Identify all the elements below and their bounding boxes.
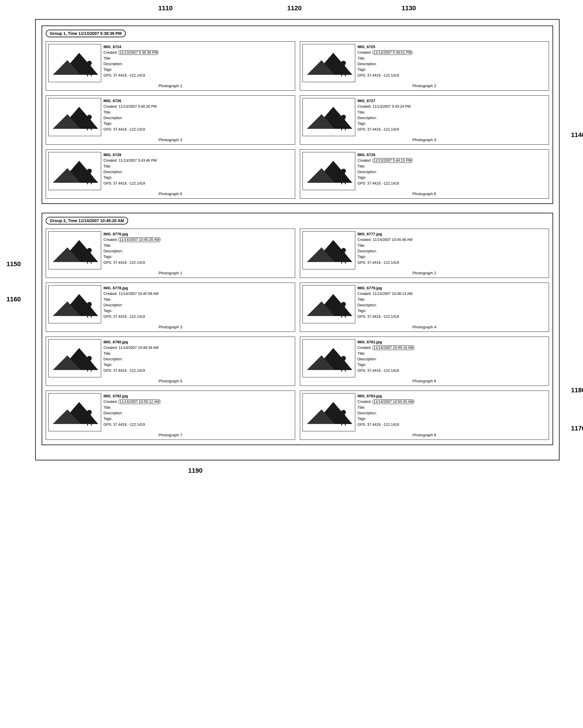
svg-point-82	[87, 356, 92, 361]
photo-label: Photograph 8	[412, 433, 436, 437]
photo-title: Title:	[104, 297, 293, 303]
photo-created: Created: 11/14/2007 10:50:45 AM	[358, 399, 547, 405]
svg-rect-75	[342, 307, 345, 313]
photo-gps: GPS: 37.4419, -122.1419	[104, 260, 293, 265]
svg-point-106	[341, 410, 346, 415]
svg-rect-107	[342, 415, 345, 421]
svg-point-58	[341, 248, 346, 253]
photo-gps: GPS: 37.4419, -122.1419	[104, 314, 293, 319]
photo-description: Description:	[358, 249, 547, 254]
photo-title: Title:	[104, 164, 293, 169]
photo-filename: IMG_6778.jpg	[104, 285, 293, 291]
photo-title: Title:	[104, 243, 293, 249]
photo-thumbnail	[48, 339, 101, 378]
photo-created: Created: 11/13/2007 5:43:24 PM	[358, 104, 547, 109]
photo-tags: Tags:	[358, 121, 547, 127]
svg-rect-19	[88, 120, 91, 126]
photo-label: Photograph 4	[412, 138, 436, 142]
photo-description: Description:	[358, 303, 547, 308]
photo-thumbnail	[303, 231, 355, 269]
photo-gps: GPS: 37.4419, -122.1419	[358, 127, 547, 132]
photo-meta: IMG_6777.jpg Created: 11/14/2007 10:45:4…	[358, 231, 547, 269]
photo-created: Created: 11/14/2007 10:45:46 AM	[358, 237, 547, 243]
photo-description: Description:	[104, 169, 293, 175]
photo-created: Created: 11/13/2007 5:39:39 PM	[104, 50, 293, 55]
photo-meta: IMG_6776.jpg Created: 11/14/2007 10:45:2…	[104, 231, 293, 269]
photo-filename: IMG_6725	[358, 44, 547, 50]
photo-thumbnail	[48, 393, 101, 431]
annotation-1150: 1150	[6, 260, 21, 268]
photo-title: Title:	[358, 243, 547, 249]
photo-gps: GPS: 37.4419, -122.1419	[358, 181, 547, 186]
photo-tags: Tags:	[104, 308, 293, 314]
svg-point-26	[341, 115, 346, 120]
photo-created: Created: 11/13/2007 5:40:26 PM	[104, 104, 293, 109]
photo-label: Photograph 2	[412, 84, 436, 88]
photo-label: Photograph 6	[412, 191, 436, 196]
svg-point-34	[87, 169, 92, 174]
photo-tags: Tags:	[104, 416, 293, 422]
photo-title: Title:	[358, 405, 547, 411]
svg-point-74	[341, 302, 346, 307]
photo-gps: GPS: 37.4419, -122.1419	[358, 73, 547, 78]
photo-meta: IMG_6726 Created: 11/13/2007 5:40:26 PM …	[104, 98, 293, 136]
svg-point-66	[87, 302, 92, 307]
photo-card: IMG_6781.jpg Created: 11/14/2007 10:49:1…	[300, 337, 549, 386]
photo-card: IMG_6780.jpg Created: 11/14/2007 10:48:3…	[46, 337, 295, 386]
annotation-1180: 1180	[571, 386, 583, 394]
photo-created: Created: 11/13/2007 5:39:51 PM	[358, 50, 547, 55]
photo-tags: Tags:	[358, 254, 547, 260]
photo-created: Created: 11/14/2007 10:45:20 AM	[104, 237, 293, 243]
photo-filename: IMG_6724	[104, 44, 293, 50]
photo-description: Description:	[358, 115, 547, 121]
svg-point-10	[341, 61, 346, 66]
photo-gps: GPS: 37.4419, -122.1419	[358, 260, 547, 265]
photo-filename: IMG_6726	[104, 98, 293, 104]
photo-tags: Tags:	[104, 175, 293, 180]
photo-created: Created: 11/14/2007 10:48:39 AM	[104, 345, 293, 350]
photo-tags: Tags:	[358, 67, 547, 73]
photo-meta: IMG_6781.jpg Created: 11/14/2007 10:49:1…	[358, 339, 547, 378]
annotation-1120: 1120	[287, 4, 302, 12]
photo-thumbnail	[303, 285, 355, 323]
photo-filename: IMG_6729	[358, 152, 547, 158]
photo-card: IMG_6777.jpg Created: 11/14/2007 10:45:4…	[300, 229, 549, 278]
photo-filename: IMG_6781.jpg	[358, 339, 547, 345]
outer-container: 1140 1150 1160 1180 1170 1190 Group 1, T…	[35, 19, 559, 460]
photo-title: Title:	[358, 297, 547, 303]
photo-filename: IMG_6782.jpg	[104, 393, 293, 399]
photo-label: Photograph 7	[159, 433, 182, 437]
photo-label: Photograph 5	[159, 379, 182, 383]
svg-rect-35	[88, 174, 91, 180]
photo-card: IMG_6724 Created: 11/13/2007 5:39:39 PM …	[46, 42, 295, 91]
svg-rect-51	[88, 253, 91, 259]
svg-rect-59	[342, 253, 345, 259]
photo-filename: IMG_6780.jpg	[104, 339, 293, 345]
photo-meta: IMG_6728 Created: 11/13/2007 5:43:46 PM …	[104, 152, 293, 190]
photo-meta: IMG_6779.jpg Created: 11/14/2007 10:48:1…	[358, 285, 547, 323]
photo-meta: IMG_6783.jpg Created: 11/14/2007 10:50:4…	[358, 393, 547, 431]
photo-title: Title:	[358, 351, 547, 357]
photo-thumbnail	[48, 152, 101, 190]
photo-created: Created: 11/14/2007 10:50:12 AM	[104, 399, 293, 405]
photo-card: IMG_6728 Created: 11/13/2007 5:43:46 PM …	[46, 149, 295, 199]
svg-rect-83	[88, 361, 91, 367]
photo-created: Created: 11/14/2007 10:49:18 AM	[358, 345, 547, 350]
photo-label: Photograph 3	[159, 138, 182, 142]
photo-description: Description:	[104, 411, 293, 416]
photo-meta: IMG_6725 Created: 11/13/2007 5:39:51 PM …	[358, 44, 547, 82]
photo-title: Title:	[104, 56, 293, 61]
photo-description: Description:	[358, 61, 547, 67]
photo-gps: GPS: 37.4419, -122.1419	[104, 181, 293, 186]
photo-tags: Tags:	[358, 416, 547, 422]
photo-tags: Tags:	[104, 362, 293, 368]
photo-tags: Tags:	[358, 308, 547, 314]
photo-tags: Tags:	[358, 175, 547, 180]
photo-gps: GPS: 37.4419, -122.1419	[358, 422, 547, 427]
photo-thumbnail	[303, 44, 355, 82]
photo-title: Title:	[358, 110, 547, 115]
svg-rect-27	[342, 120, 345, 126]
photo-description: Description:	[104, 357, 293, 362]
photo-meta: IMG_6782.jpg Created: 11/14/2007 10:50:1…	[104, 393, 293, 431]
photo-description: Description:	[104, 61, 293, 67]
